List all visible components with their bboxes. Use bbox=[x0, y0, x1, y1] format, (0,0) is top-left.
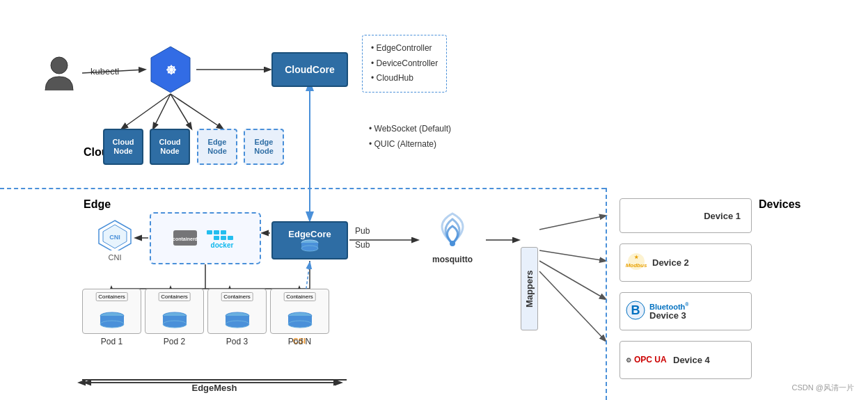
edge-node-1: EdgeNode bbox=[197, 129, 237, 165]
svg-point-61 bbox=[226, 321, 249, 328]
svg-text:B: B bbox=[631, 303, 640, 317]
quic-item: • QUIC (Alternate) bbox=[369, 137, 451, 152]
device-1-label: Device 1 bbox=[704, 211, 741, 221]
user-icon bbox=[42, 56, 77, 97]
modbus-logo: ★ Modbus bbox=[626, 252, 647, 274]
pod-1: Containers Pod 1 bbox=[82, 289, 141, 346]
container-runtime-box: containerd docker bbox=[150, 212, 261, 264]
svg-text:★: ★ bbox=[634, 255, 639, 259]
svg-rect-37 bbox=[228, 236, 233, 240]
devices-section-label: Devices bbox=[759, 198, 801, 211]
pod-3-db-icon bbox=[223, 311, 251, 330]
pod-3: Containers Pod 3 bbox=[207, 289, 267, 346]
svg-text:Modbus: Modbus bbox=[626, 262, 647, 269]
device-3-box: B Bluetooth® Device 3 bbox=[620, 292, 752, 330]
pod-1-containers-label: Containers bbox=[95, 292, 128, 301]
containerd-icon: containerd bbox=[172, 227, 198, 248]
mosquitto-area: mosquitto bbox=[421, 212, 484, 264]
svg-line-3 bbox=[153, 94, 171, 129]
pod-n-db-icon bbox=[286, 311, 314, 330]
svg-rect-35 bbox=[214, 236, 219, 240]
device-4-label: Device 4 bbox=[673, 355, 710, 365]
cni-icon: CNI bbox=[97, 219, 132, 250]
mappers-label: Mappers bbox=[521, 247, 538, 330]
svg-line-4 bbox=[171, 94, 191, 129]
pod-3-containers-label: Containers bbox=[221, 292, 253, 301]
edgecore-db-icon bbox=[300, 239, 319, 252]
cloudcore-box: CloudCore bbox=[271, 52, 348, 87]
svg-rect-34 bbox=[221, 230, 226, 234]
pod-2-containers-label: Containers bbox=[158, 292, 191, 301]
svg-text:docker: docker bbox=[211, 241, 234, 249]
cloud-node-2: CloudNode bbox=[150, 129, 190, 165]
pub-label: Pub bbox=[355, 226, 370, 236]
edgemesh-area: EdgeMesh bbox=[82, 379, 347, 393]
cloudcore-label: CloudCore bbox=[285, 64, 335, 75]
svg-line-18 bbox=[539, 216, 606, 230]
svg-rect-36 bbox=[221, 236, 226, 240]
pod-n-label: Pod N bbox=[288, 337, 311, 346]
svg-line-5 bbox=[171, 94, 223, 129]
device-1-box: Device 1 bbox=[620, 198, 752, 233]
kubectl-label: kubectl bbox=[90, 66, 119, 77]
svg-text:containerd: containerd bbox=[173, 237, 198, 241]
pod-2-label: Pod 2 bbox=[164, 337, 185, 346]
pod-2-inner: Containers bbox=[145, 289, 204, 334]
pod-1-db-icon bbox=[98, 311, 126, 330]
svg-text:OPC UA: OPC UA bbox=[634, 355, 667, 365]
kubernetes-icon: ⎈ bbox=[146, 45, 195, 94]
pod-n-inner: Containers bbox=[270, 289, 329, 334]
cni-label: CNI bbox=[97, 253, 132, 262]
svg-point-58 bbox=[163, 321, 187, 328]
bluetooth-icon: B bbox=[626, 299, 645, 321]
edgecore-box: EdgeCore bbox=[271, 221, 348, 259]
edge-node-2: EdgeNode bbox=[244, 129, 284, 165]
bluetooth-logo-area: B bbox=[626, 299, 645, 324]
pod-3-inner: Containers bbox=[207, 289, 267, 334]
modbus-icon: ★ Modbus bbox=[626, 252, 647, 271]
opcua-icon: ⚙ OPC UA bbox=[626, 350, 668, 367]
svg-line-2 bbox=[122, 94, 171, 129]
websocket-item: • WebSocket (Default) bbox=[369, 122, 451, 137]
opcua-logo: ⚙ OPC UA bbox=[626, 350, 668, 370]
mosquitto-label: mosquitto bbox=[421, 255, 484, 264]
svg-point-42 bbox=[450, 241, 455, 246]
edgecore-label: EdgeCore bbox=[288, 229, 331, 239]
svg-line-20 bbox=[539, 261, 606, 299]
svg-text:⎈: ⎈ bbox=[166, 61, 177, 78]
svg-point-55 bbox=[100, 321, 124, 328]
device-4-box: ⚙ OPC UA Device 4 bbox=[620, 341, 752, 379]
device-controller-item: • DeviceController bbox=[371, 56, 438, 72]
svg-rect-32 bbox=[207, 230, 212, 234]
cni-area: CNI CNI bbox=[97, 219, 132, 262]
pod-n: Containers Pod N bbox=[270, 289, 329, 346]
svg-rect-33 bbox=[214, 230, 219, 234]
svg-point-41 bbox=[301, 246, 318, 251]
pod-3-label: Pod 3 bbox=[226, 337, 248, 346]
device-2-label: Device 2 bbox=[652, 257, 689, 268]
svg-line-21 bbox=[539, 271, 606, 341]
cloudcore-info-box: • EdgeController • DeviceController • Cl… bbox=[362, 35, 447, 93]
pod-2-db-icon bbox=[161, 311, 189, 330]
pod-n-containers-label: Containers bbox=[283, 292, 316, 301]
device-2-box: ★ Modbus Device 2 bbox=[620, 243, 752, 282]
svg-point-64 bbox=[288, 321, 312, 328]
bluetooth-brand-label: Bluetooth® bbox=[649, 302, 689, 311]
svg-line-19 bbox=[539, 250, 606, 261]
cloud-edge-divider bbox=[0, 188, 606, 189]
pod-1-label: Pod 1 bbox=[101, 337, 123, 346]
svg-point-24 bbox=[51, 57, 68, 74]
bluetooth-text-area: Bluetooth® Device 3 bbox=[649, 302, 689, 321]
cloudhub-item: • CloudHub bbox=[371, 71, 438, 86]
diagram-container: Cloud kubectl ⎈ CloudCore • EdgeControll… bbox=[0, 0, 868, 400]
edge-section-label: Edge bbox=[84, 198, 111, 211]
protocol-label: • WebSocket (Default) • QUIC (Alternate) bbox=[369, 122, 451, 152]
device-3-label: Device 3 bbox=[649, 310, 689, 321]
containerd-icon-area: containerd bbox=[172, 227, 198, 250]
svg-text:⚙: ⚙ bbox=[626, 357, 631, 364]
pod-2: Containers Pod 2 bbox=[145, 289, 204, 346]
mappers-area: Mappers bbox=[521, 219, 538, 358]
docker-icon: docker bbox=[205, 225, 239, 249]
sub-label: Sub bbox=[355, 240, 370, 250]
edge-controller-item: • EdgeController bbox=[371, 41, 438, 56]
